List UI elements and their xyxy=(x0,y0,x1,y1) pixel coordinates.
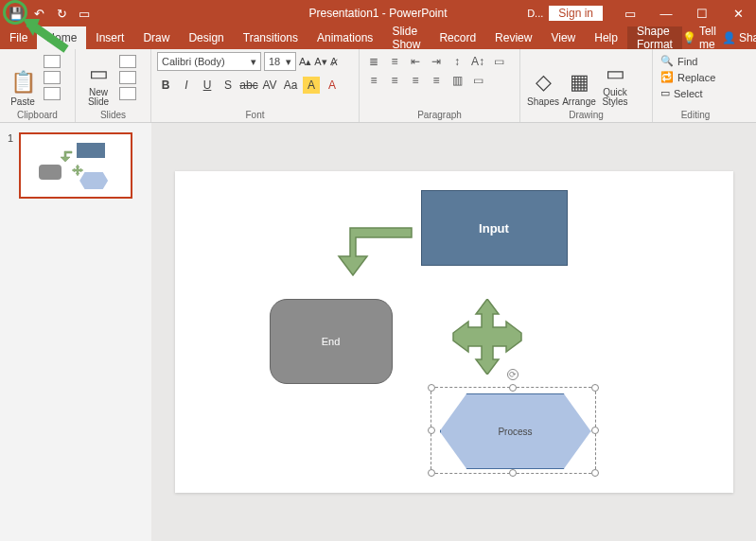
arrange-button[interactable]: ▦ Arrange xyxy=(562,52,596,107)
tab-file[interactable]: File xyxy=(0,26,37,49)
replace-button[interactable]: 🔁Replace xyxy=(659,70,732,84)
underline-button[interactable]: U xyxy=(199,77,216,94)
new-slide-button[interactable]: ▭ New Slide xyxy=(81,52,115,107)
slide-thumbnail-1[interactable] xyxy=(19,132,132,199)
find-button[interactable]: 🔍Find xyxy=(659,54,732,68)
font-family-select[interactable]: Calibri (Body)▾ xyxy=(157,52,261,71)
signin-button[interactable]: Sign in xyxy=(549,6,603,21)
tab-draw[interactable]: Draw xyxy=(133,26,179,49)
format-painter-icon[interactable] xyxy=(44,87,61,100)
tab-slideshow[interactable]: Slide Show xyxy=(382,26,430,49)
tab-home[interactable]: Home xyxy=(37,26,86,49)
save-icon[interactable]: 💾 xyxy=(8,5,25,22)
arrange-label: Arrange xyxy=(562,96,596,107)
cut-icon[interactable] xyxy=(44,55,61,68)
layout-icon[interactable] xyxy=(119,55,136,68)
select-button[interactable]: ▭Select xyxy=(659,86,732,100)
justify-icon[interactable]: ≡ xyxy=(428,73,445,88)
shapes-button[interactable]: ◇ Shapes xyxy=(526,52,560,107)
paste-button[interactable]: 📋 Paste xyxy=(6,52,40,107)
close-icon[interactable]: ✕ xyxy=(720,0,756,26)
thumb-number: 1 xyxy=(8,132,13,199)
strike-button[interactable]: abc xyxy=(240,77,257,94)
ribbon-options-icon[interactable]: ▭ xyxy=(612,0,648,26)
shape-process-hexagon[interactable]: Process xyxy=(435,384,596,479)
user-initial: D... xyxy=(527,8,543,19)
resize-handle-sw[interactable] xyxy=(428,469,435,477)
clear-format-icon[interactable]: A̷ xyxy=(330,56,338,68)
indent-dec-icon[interactable]: ⇤ xyxy=(407,54,424,69)
bullets-icon[interactable]: ≣ xyxy=(365,54,382,69)
section-icon[interactable] xyxy=(119,87,136,100)
line-spacing-icon[interactable]: ↕ xyxy=(448,54,466,69)
tell-me-button[interactable]: 💡 Tell me xyxy=(682,25,716,51)
shrink-font-icon[interactable]: A▾ xyxy=(314,56,326,68)
shapes-label: Shapes xyxy=(527,96,559,107)
indent-inc-icon[interactable]: ⇥ xyxy=(428,54,445,69)
shape-end-rounded-rect[interactable]: End xyxy=(270,299,393,384)
tab-shape-format[interactable]: Shape Format xyxy=(627,26,682,49)
shadow-button[interactable]: S xyxy=(220,77,237,94)
share-button[interactable]: 👤 Share xyxy=(722,31,756,44)
tab-insert[interactable]: Insert xyxy=(86,26,133,49)
text-direction-icon[interactable]: A↕ xyxy=(469,54,486,69)
tab-animations[interactable]: Animations xyxy=(308,26,382,49)
highlight-button[interactable]: A xyxy=(303,77,320,94)
align-right-icon[interactable]: ≡ xyxy=(407,73,424,88)
slide[interactable]: Input End Process ⟳ xyxy=(175,171,733,493)
char-spacing-button[interactable]: AV xyxy=(261,77,278,94)
tab-review[interactable]: Review xyxy=(485,26,541,49)
resize-handle-nw[interactable] xyxy=(428,384,435,392)
align-left-icon[interactable]: ≡ xyxy=(365,73,382,88)
shape-quad-arrow[interactable] xyxy=(449,299,525,375)
menu-bar: File Home Insert Draw Design Transitions… xyxy=(0,26,756,49)
paste-label: Paste xyxy=(10,96,35,107)
document-title: Presentation1 - PowerPoint xyxy=(308,7,447,20)
slide-canvas-area[interactable]: Input End Process ⟳ xyxy=(151,123,756,541)
clipboard-group-label: Clipboard xyxy=(6,110,69,120)
ribbon-group-editing: 🔍Find 🔁Replace ▭Select Editing xyxy=(653,49,738,122)
ribbon-group-font: Calibri (Body)▾ 18▾ A▴ A▾ A̷ B I U S abc… xyxy=(151,49,360,122)
redo-icon[interactable]: ↻ xyxy=(53,5,70,22)
bold-button[interactable]: B xyxy=(157,77,174,94)
clipboard-icon: 📋 xyxy=(9,69,36,96)
font-size-select[interactable]: 18▾ xyxy=(264,52,296,71)
start-show-icon[interactable]: ▭ xyxy=(76,5,93,22)
font-color-button[interactable]: A xyxy=(324,77,341,94)
align-text-icon[interactable]: ▭ xyxy=(490,54,507,69)
editing-group-label: Editing xyxy=(659,110,732,120)
change-case-button[interactable]: Aa xyxy=(282,77,299,94)
quick-styles-icon: ▭ xyxy=(602,61,628,87)
slides-group-label: Slides xyxy=(81,110,145,120)
maximize-icon[interactable]: ☐ xyxy=(684,0,720,26)
resize-handle-w[interactable] xyxy=(428,427,435,434)
numbering-icon[interactable]: ≡ xyxy=(386,54,403,69)
tab-view[interactable]: View xyxy=(541,26,585,49)
replace-icon: 🔁 xyxy=(660,71,674,83)
tab-transitions[interactable]: Transitions xyxy=(234,26,308,49)
tab-design[interactable]: Design xyxy=(179,26,233,49)
reset-icon[interactable] xyxy=(119,71,136,84)
tab-help[interactable]: Help xyxy=(585,26,627,49)
copy-icon[interactable] xyxy=(44,71,61,84)
smartart-icon[interactable]: ▭ xyxy=(469,73,486,88)
shape-process-text: Process xyxy=(498,427,532,437)
ribbon-group-slides: ▭ New Slide Slides xyxy=(76,49,151,122)
undo-icon[interactable]: ↶ xyxy=(30,5,47,22)
columns-icon[interactable]: ▥ xyxy=(448,73,466,88)
italic-button[interactable]: I xyxy=(178,77,195,94)
font-size-value: 18 xyxy=(269,56,280,67)
align-center-icon[interactable]: ≡ xyxy=(386,73,403,88)
grow-font-icon[interactable]: A▴ xyxy=(299,56,311,68)
tab-record[interactable]: Record xyxy=(430,26,485,49)
shape-input-rectangle[interactable]: Input xyxy=(421,190,568,266)
minimize-icon[interactable]: ― xyxy=(648,0,684,26)
quick-access-toolbar: 💾 ↶ ↻ ▭ xyxy=(0,5,93,22)
chevron-down-icon: ▾ xyxy=(251,56,256,68)
slide-thumbnail-panel: 1 xyxy=(0,123,151,541)
quick-styles-button[interactable]: ▭ Quick Styles xyxy=(598,52,632,107)
paragraph-group-label: Paragraph xyxy=(365,110,514,120)
chevron-down-icon: ▾ xyxy=(286,56,291,68)
tell-me-label: Tell me xyxy=(699,25,716,51)
shape-bent-arrow[interactable] xyxy=(322,223,416,280)
